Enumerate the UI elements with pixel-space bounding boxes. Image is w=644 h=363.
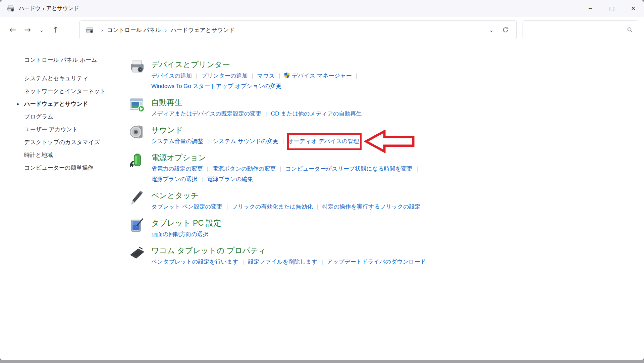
task-link-row: Windows To Go スタートアップ オプションの変更 (151, 81, 361, 91)
task-link-label: 画面の回転方向の選択 (151, 231, 209, 237)
task-link[interactable]: メディアまたはデバイスの既定設定の変更 (151, 110, 261, 117)
back-button[interactable]: ← (5, 22, 20, 37)
task-link[interactable]: Windows To Go スタートアップ オプションの変更 (151, 83, 281, 89)
sidebar-item[interactable]: 時計と地域 (17, 149, 114, 162)
sidebar: コントロール パネル ホーム システムとセキュリティネットワークとインターネット… (17, 54, 114, 174)
task-link[interactable]: デバイス マネージャー (284, 73, 352, 79)
section-title-devices-and-printers[interactable]: デバイスとプリンター (151, 58, 361, 71)
task-link[interactable]: CD または他のメディアの自動再生 (271, 110, 362, 117)
task-link-label: 省電力の設定の変更 (151, 166, 203, 172)
breadcrumb-chevron: › (161, 27, 171, 33)
link-separator: | (238, 259, 248, 265)
task-link[interactable]: プリンターの追加 (201, 73, 248, 79)
link-separator: | (413, 166, 422, 172)
section-title-pen-and-touch[interactable]: ペンとタッチ (151, 189, 421, 201)
task-link[interactable]: システム サウンドの変更 (213, 138, 278, 144)
titlebar: ハードウェアとサウンド ─ ▢ ✕ (0, 0, 644, 17)
task-link[interactable]: タブレット ペン設定の変更 (151, 203, 222, 210)
category-task-list: デバイスとプリンターデバイスの追加|プリンターの追加|マウス|デバイス マネージ… (129, 58, 532, 272)
task-link[interactable]: 電源ボタンの動作の変更 (212, 166, 276, 172)
sidebar-item-control-panel-home[interactable]: コントロール パネル ホーム (17, 54, 114, 66)
section-title-autoplay[interactable]: 自動再生 (151, 96, 362, 108)
link-separator: | (313, 203, 322, 210)
section-title-power-options[interactable]: 電源オプション (151, 151, 422, 164)
task-link[interactable]: システム音量の調整 (151, 138, 203, 144)
selected-bullet: ● (16, 98, 19, 110)
task-link[interactable]: 特定の操作を実行するフリックの設定 (322, 203, 421, 210)
close-button[interactable]: ✕ (623, 0, 644, 17)
control-panel-window: ハードウェアとサウンド ─ ▢ ✕ ← → ⌄ ↑ › コントロール パネル ›… (0, 0, 644, 360)
link-separator: | (275, 73, 284, 79)
sidebar-item[interactable]: デスクトップのカスタマイズ (17, 136, 114, 149)
breadcrumb-chevron: › (97, 27, 107, 33)
task-link-row: 電源プランの選択|電源プランの編集 (151, 174, 422, 184)
task-link[interactable]: マウス (257, 73, 275, 79)
task-link[interactable]: 電源プランの選択 (151, 176, 198, 182)
control-panel-icon (85, 26, 94, 34)
task-link-row: タブレット ペン設定の変更|フリックの有効化または無効化|特定の操作を実行するフ… (151, 201, 421, 212)
task-link-label: 設定ファイルを削除します (248, 259, 317, 265)
hardware-sound-icon (7, 4, 15, 12)
section-title-wacom-tablet[interactable]: ワコム タブレットの プロパティ (151, 244, 426, 257)
task-link[interactable]: コンピューターがスリープ状態になる時間を変更 (285, 166, 413, 172)
task-link[interactable]: 画面の回転方向の選択 (151, 231, 209, 237)
printer-icon (129, 58, 145, 75)
refresh-button[interactable] (498, 22, 513, 37)
task-link-label: デバイス マネージャー (292, 73, 352, 79)
forward-button[interactable]: → (20, 22, 35, 37)
uac-shield-icon (284, 72, 290, 79)
task-link-label: 電源プランの選択 (151, 176, 198, 182)
maximize-button[interactable]: ▢ (601, 0, 623, 17)
task-link-label: マウス (257, 73, 275, 79)
address-dropdown-button[interactable]: ⌄ (485, 22, 498, 37)
task-link-label: プリンターの追加 (201, 73, 248, 79)
sidebar-item[interactable]: ネットワークとインターネット (17, 85, 114, 98)
task-link-label: デバイスの追加 (151, 73, 192, 79)
section-autoplay: 自動再生メディアまたはデバイスの既定設定の変更|CD または他のメディアの自動再… (129, 96, 532, 119)
link-separator: | (192, 73, 201, 79)
task-link[interactable]: 省電力の設定の変更 (151, 166, 203, 172)
task-link-label: ペンタブレットの設定を行います (151, 259, 238, 265)
window-title: ハードウェアとサウンド (19, 5, 79, 12)
task-link-label: システム音量の調整 (151, 138, 203, 144)
sidebar-item[interactable]: システムとセキュリティ (17, 72, 114, 85)
battery-icon (129, 151, 145, 168)
pen-icon (129, 189, 145, 206)
link-separator: | (261, 110, 271, 117)
address-bar[interactable]: › コントロール パネル › ハードウェアとサウンド ⌄ (79, 20, 517, 39)
up-button[interactable]: ↑ (48, 22, 63, 37)
task-link[interactable]: デバイスの追加 (151, 73, 192, 79)
task-link-label: コンピューターがスリープ状態になる時間を変更 (285, 166, 413, 172)
section-tablet-pc-settings: タブレット PC 設定画面の回転方向の選択 (129, 217, 532, 239)
section-power-options: 電源オプション省電力の設定の変更|電源ボタンの動作の変更|コンピューターがスリー… (129, 151, 532, 184)
link-separator: | (203, 138, 213, 144)
task-link-row: メディアまたはデバイスの既定設定の変更|CD または他のメディアの自動再生 (151, 108, 362, 119)
task-link-label: 特定の操作を実行するフリックの設定 (322, 203, 421, 210)
task-link[interactable]: 電源プランの編集 (207, 176, 253, 182)
task-link[interactable]: 設定ファイルを削除します (248, 259, 317, 265)
wacom-tablet-icon (129, 244, 145, 261)
recent-pages-dropdown[interactable]: ⌄ (35, 22, 48, 37)
speaker-icon (129, 124, 145, 140)
sidebar-item[interactable]: ●ハードウェアとサウンド (17, 98, 114, 110)
task-link[interactable]: アップデートドライバのダウンロード (327, 259, 426, 265)
link-separator: | (203, 166, 212, 172)
search-icon (627, 27, 633, 33)
task-link[interactable]: フリックの有効化または無効化 (232, 203, 313, 210)
breadcrumb-current[interactable]: ハードウェアとサウンド (171, 26, 235, 34)
breadcrumb-control-panel[interactable]: コントロール パネル (107, 26, 161, 34)
task-link-label: Windows To Go スタートアップ オプションの変更 (151, 83, 281, 89)
minimize-button[interactable]: ─ (580, 0, 601, 17)
link-separator: | (317, 259, 327, 265)
task-link[interactable]: オーディオ デバイスの管理 (288, 138, 359, 144)
link-separator: | (198, 176, 207, 182)
task-link[interactable]: ペンタブレットの設定を行います (151, 259, 238, 265)
section-title-sound[interactable]: サウンド (151, 124, 359, 136)
sidebar-item[interactable]: ユーザー アカウント (17, 123, 114, 136)
search-input[interactable] (528, 27, 627, 33)
section-title-tablet-pc-settings[interactable]: タブレット PC 設定 (151, 217, 221, 229)
sidebar-item[interactable]: コンピューターの簡単操作 (17, 162, 114, 174)
link-separator: | (276, 166, 285, 172)
autoplay-icon (129, 96, 145, 112)
sidebar-item[interactable]: プログラム (17, 110, 114, 123)
